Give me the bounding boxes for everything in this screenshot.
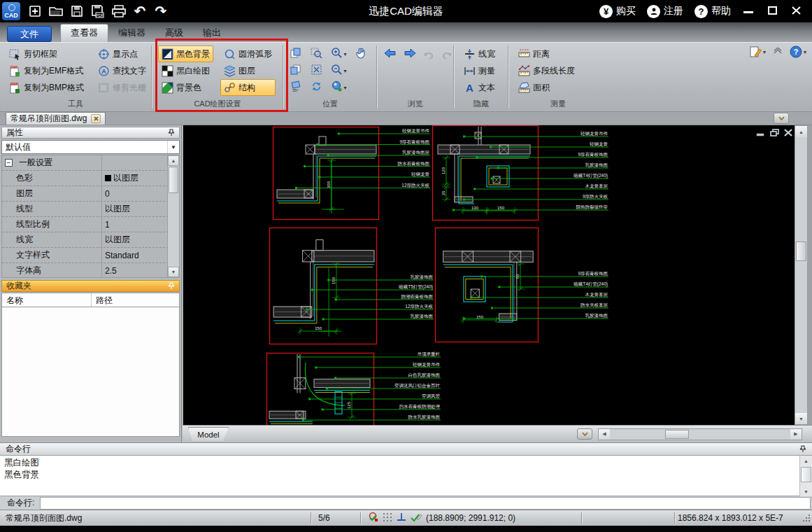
background-color-button[interactable]: 背景色 bbox=[158, 79, 213, 96]
document-close-button[interactable] bbox=[91, 114, 101, 123]
open-file-button[interactable] bbox=[45, 2, 66, 20]
properties-header[interactable]: 属性 bbox=[1, 127, 180, 139]
command-log-scrollbar[interactable]: ▲ ▼ bbox=[799, 456, 812, 496]
layers-button[interactable]: 图层 bbox=[220, 62, 276, 79]
property-row[interactable]: 线型比例1 bbox=[2, 217, 179, 232]
maximize-button[interactable] bbox=[762, 4, 783, 19]
print-button[interactable] bbox=[108, 2, 129, 20]
draw-mode-icon[interactable] bbox=[411, 512, 422, 524]
tab-list-dropdown-button[interactable] bbox=[774, 113, 789, 124]
new-file-button[interactable] bbox=[24, 2, 45, 20]
property-row[interactable]: 文字样式Standard bbox=[2, 248, 179, 263]
cad-canvas[interactable]: 200轻钢龙骨吊件9厚石膏板饰面乳胶漆饰面层防水石膏板饰面轻钢龙骨12厚防火夹板… bbox=[183, 125, 795, 425]
scrollbar-thumb[interactable] bbox=[169, 167, 178, 193]
favorites-col-path[interactable]: 路径 bbox=[92, 293, 117, 307]
hide-linewidth-button[interactable]: 线宽 bbox=[460, 46, 504, 62]
scroll-up-icon[interactable]: ▲ bbox=[795, 126, 807, 137]
cut-frame-button[interactable]: 剪切框架 bbox=[6, 46, 87, 62]
redo-button[interactable]: ↷ bbox=[150, 2, 171, 20]
zoom-out-button[interactable]: ▾ bbox=[331, 64, 351, 78]
black-background-button[interactable]: 黑色背景 bbox=[158, 46, 213, 62]
zoom-window-button[interactable] bbox=[311, 47, 327, 61]
zoom-scale-button[interactable]: ▾ bbox=[331, 80, 351, 94]
grid-toggle-icon[interactable] bbox=[383, 512, 392, 524]
layout-dropdown-button[interactable] bbox=[577, 428, 592, 440]
favorites-header[interactable]: 收藏夹 bbox=[1, 280, 180, 292]
canvas-horizontal-scrollbar[interactable]: ◀ ▶ bbox=[598, 428, 802, 440]
measure-distance-button[interactable]: 距离 bbox=[515, 46, 603, 62]
scroll-right-icon[interactable]: ▶ bbox=[790, 429, 802, 440]
tab-output[interactable]: 输出 bbox=[193, 24, 231, 42]
view-forward-button[interactable] bbox=[403, 48, 417, 61]
save-button[interactable] bbox=[66, 2, 87, 20]
pin-icon[interactable] bbox=[168, 129, 175, 136]
canvas-vertical-scrollbar[interactable]: ▲ ▼ bbox=[795, 125, 808, 425]
command-log[interactable]: 黑白绘图黑色背景 bbox=[0, 456, 812, 496]
copy-bmp-button[interactable]: BMP复制为BMP格式 bbox=[6, 79, 87, 96]
dropdown-arrow-icon[interactable]: ▾ bbox=[343, 51, 346, 57]
measure-polyline-button[interactable]: 多段线长度 bbox=[515, 62, 603, 79]
properties-scrollbar[interactable]: ▲ ▼ bbox=[167, 155, 179, 277]
buy-button[interactable]: ¥购买 bbox=[595, 5, 640, 18]
property-row[interactable]: 字体高2.5 bbox=[2, 263, 179, 278]
scroll-left-icon[interactable]: ◀ bbox=[599, 429, 610, 440]
property-row[interactable]: 线宽以图层 bbox=[2, 232, 179, 248]
find-text-button[interactable]: A查找文字 bbox=[94, 62, 150, 79]
resize-grip[interactable] bbox=[802, 514, 811, 522]
tab-viewer[interactable]: 查看器 bbox=[60, 24, 108, 42]
pin-icon[interactable] bbox=[168, 282, 175, 290]
pin-icon[interactable] bbox=[799, 445, 806, 453]
ribbon-help-button[interactable]: ?▾ bbox=[790, 46, 806, 58]
command-input[interactable] bbox=[40, 497, 811, 510]
tab-file[interactable]: 文件 bbox=[7, 26, 52, 42]
property-row[interactable]: 色彩以图层 bbox=[2, 171, 179, 186]
model-tab[interactable]: Model bbox=[188, 427, 229, 441]
view-back-button[interactable] bbox=[383, 48, 397, 61]
edit-style-button[interactable]: ▾ bbox=[749, 46, 766, 58]
command-panel-header[interactable]: 命令行 bbox=[0, 442, 812, 456]
property-group-row[interactable]: −一般设置 bbox=[2, 155, 102, 170]
document-tab[interactable]: 常规吊顶剖面图.dwg bbox=[6, 112, 106, 125]
property-row[interactable]: 图层0 bbox=[2, 186, 179, 202]
scrollbar-thumb[interactable] bbox=[801, 467, 811, 482]
bw-drawing-button[interactable]: 黑白绘图 bbox=[158, 62, 213, 79]
mdi-restore-button[interactable] bbox=[770, 129, 779, 136]
show-points-button[interactable]: 显示点 bbox=[94, 46, 150, 62]
property-row[interactable]: 线型以图层 bbox=[2, 202, 179, 217]
zoom-in-button[interactable]: ▾ bbox=[331, 47, 351, 61]
register-button[interactable]: 注册 bbox=[643, 5, 688, 18]
zoom-extents-button[interactable] bbox=[311, 64, 327, 78]
scroll-down-icon[interactable]: ▼ bbox=[168, 267, 179, 277]
snap-toggle-icon[interactable] bbox=[368, 512, 378, 524]
measure-area-button[interactable]: 面积 bbox=[515, 79, 603, 96]
minimize-button[interactable] bbox=[738, 4, 759, 19]
send-back-button[interactable] bbox=[290, 64, 306, 78]
collapse-icon[interactable]: − bbox=[5, 159, 13, 167]
pan-button[interactable] bbox=[355, 47, 372, 61]
tab-editor[interactable]: 编辑器 bbox=[108, 24, 155, 42]
bring-front-button[interactable] bbox=[290, 47, 306, 61]
dropdown-arrow-icon[interactable]: ▾ bbox=[343, 85, 346, 91]
hide-text-button[interactable]: A文本 bbox=[460, 79, 504, 96]
save-as-pdf-button[interactable]: PDF bbox=[87, 2, 108, 20]
structure-button[interactable]: 结构 bbox=[220, 79, 276, 96]
ortho-toggle-icon[interactable] bbox=[397, 512, 406, 524]
close-button[interactable] bbox=[785, 4, 806, 19]
scroll-up-icon[interactable]: ▲ bbox=[800, 456, 812, 465]
rotate-view-button[interactable]: 35° bbox=[290, 80, 306, 94]
hide-measure-button[interactable]: 测量 bbox=[460, 62, 504, 79]
favorites-col-name[interactable]: 名称 bbox=[2, 293, 92, 307]
mdi-close-button[interactable] bbox=[784, 129, 792, 136]
scrollbar-thumb[interactable] bbox=[665, 430, 689, 439]
dropdown-arrow-icon[interactable]: ▾ bbox=[343, 68, 346, 74]
collapse-ribbon-button[interactable] bbox=[773, 47, 783, 57]
scroll-up-icon[interactable]: ▲ bbox=[168, 155, 179, 166]
mdi-minimize-button[interactable] bbox=[756, 129, 765, 136]
favorites-list[interactable] bbox=[1, 307, 180, 437]
undo-button[interactable]: ↶ bbox=[129, 2, 150, 20]
scroll-down-icon[interactable]: ▼ bbox=[800, 486, 812, 496]
smooth-arc-button[interactable]: 圆滑弧形 bbox=[220, 46, 276, 62]
refresh-view-button[interactable] bbox=[311, 80, 327, 94]
copy-emf-button[interactable]: EMF复制为EMF格式 bbox=[6, 62, 87, 79]
scrollbar-thumb[interactable] bbox=[796, 241, 806, 261]
